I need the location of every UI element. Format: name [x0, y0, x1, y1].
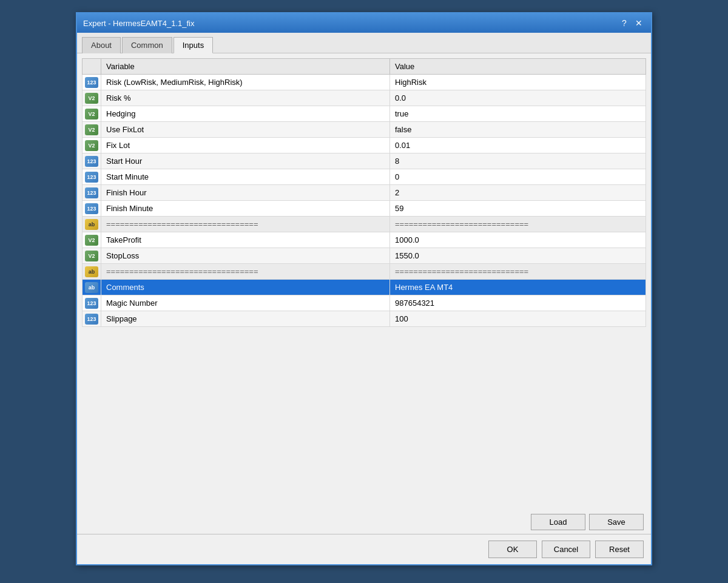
row-value: 2 [390, 185, 646, 201]
tab-bar: About Common Inputs [77, 33, 651, 53]
tab-common[interactable]: Common [122, 37, 172, 53]
ok-button[interactable]: OK [488, 541, 537, 558]
table-row[interactable]: V2Fix Lot0.01 [83, 138, 646, 153]
row-variable: ================================= [101, 217, 390, 232]
expert-dialog: Expert - HermesEAMT4_1.1_fix ? ✕ About C… [76, 12, 652, 565]
row-icon: 123 [83, 153, 101, 169]
row-variable: Slippage [101, 311, 390, 327]
empty-area [82, 327, 646, 509]
row-value: 8 [390, 153, 646, 169]
table-row[interactable]: ab======================================… [83, 217, 646, 232]
row-icon: 123 [83, 311, 101, 327]
table-row[interactable]: V2TakeProfit1000.0 [83, 232, 646, 248]
load-button[interactable]: Load [531, 514, 585, 530]
row-icon: 123 [83, 75, 101, 90]
row-icon: ab [83, 280, 101, 295]
row-variable: StopLoss [101, 248, 390, 264]
row-value: 987654321 [390, 295, 646, 311]
row-icon: V2 [83, 248, 101, 264]
reset-button[interactable]: Reset [595, 541, 644, 558]
row-icon: V2 [83, 90, 101, 106]
row-value: 1000.0 [390, 232, 646, 248]
cancel-button[interactable]: Cancel [542, 541, 590, 558]
table-row[interactable]: 123Start Minute0 [83, 169, 646, 185]
table-row[interactable]: 123Finish Hour2 [83, 185, 646, 201]
row-variable: Finish Hour [101, 185, 390, 201]
row-value: 0.0 [390, 90, 646, 106]
table-row[interactable]: abCommentsHermes EA MT4 [83, 280, 646, 295]
row-value: HighRisk [390, 75, 646, 90]
params-table: Variable Value 123Risk (LowRisk, MediumR… [82, 58, 646, 327]
row-variable: ================================= [101, 264, 390, 280]
row-variable: Use FixLot [101, 122, 390, 138]
row-icon: 123 [83, 201, 101, 217]
table-row[interactable]: 123Magic Number987654321 [83, 295, 646, 311]
save-button[interactable]: Save [589, 514, 644, 530]
dialog-title: Expert - HermesEAMT4_1.1_fix [83, 19, 195, 28]
row-icon: 123 [83, 295, 101, 311]
row-icon: 123 [83, 169, 101, 185]
help-button[interactable]: ? [618, 17, 630, 29]
row-variable: Finish Minute [101, 201, 390, 217]
table-row[interactable]: ab======================================… [83, 264, 646, 280]
row-value: 100 [390, 311, 646, 327]
table-row[interactable]: V2Risk %0.0 [83, 90, 646, 106]
row-variable: Risk % [101, 90, 390, 106]
row-value: 59 [390, 201, 646, 217]
row-variable: Start Hour [101, 153, 390, 169]
table-row[interactable]: V2Use FixLotfalse [83, 122, 646, 138]
row-variable: Start Minute [101, 169, 390, 185]
row-icon: 123 [83, 185, 101, 201]
row-variable: Magic Number [101, 295, 390, 311]
table-row[interactable]: 123Risk (LowRisk, MediumRisk, HighRisk)H… [83, 75, 646, 90]
title-controls: ? ✕ [618, 17, 645, 29]
col-icon-header [83, 59, 101, 75]
close-button[interactable]: ✕ [633, 17, 645, 29]
row-icon: ab [83, 264, 101, 280]
row-icon: ab [83, 217, 101, 232]
row-icon: V2 [83, 106, 101, 122]
row-value: 0.01 [390, 138, 646, 153]
content-area: Variable Value 123Risk (LowRisk, MediumR… [77, 53, 651, 514]
sidebar-btn-area: Load Save [77, 514, 651, 534]
table-row[interactable]: 123Finish Minute59 [83, 201, 646, 217]
col-variable-header: Variable [101, 59, 390, 75]
row-value: true [390, 106, 646, 122]
tab-about[interactable]: About [82, 37, 121, 53]
table-row[interactable]: V2Hedgingtrue [83, 106, 646, 122]
row-value: ============================= [390, 264, 646, 280]
row-value: ============================= [390, 217, 646, 232]
row-value: 1550.0 [390, 248, 646, 264]
row-value: false [390, 122, 646, 138]
row-icon: V2 [83, 232, 101, 248]
row-variable: Fix Lot [101, 138, 390, 153]
row-variable: TakeProfit [101, 232, 390, 248]
row-value: 0 [390, 169, 646, 185]
row-icon: V2 [83, 138, 101, 153]
row-variable: Hedging [101, 106, 390, 122]
col-value-header: Value [390, 59, 646, 75]
table-row[interactable]: V2StopLoss1550.0 [83, 248, 646, 264]
table-row[interactable]: 123Slippage100 [83, 311, 646, 327]
title-bar: Expert - HermesEAMT4_1.1_fix ? ✕ [77, 13, 651, 33]
row-value: Hermes EA MT4 [390, 280, 646, 295]
row-icon: V2 [83, 122, 101, 138]
table-row[interactable]: 123Start Hour8 [83, 153, 646, 169]
tab-inputs[interactable]: Inputs [174, 37, 213, 53]
row-variable: Risk (LowRisk, MediumRisk, HighRisk) [101, 75, 390, 90]
row-variable: Comments [101, 280, 390, 295]
bottom-bar: OK Cancel Reset [77, 534, 651, 564]
dialog-wrapper: Expert - HermesEAMT4_1.1_fix ? ✕ About C… [30, 0, 698, 583]
